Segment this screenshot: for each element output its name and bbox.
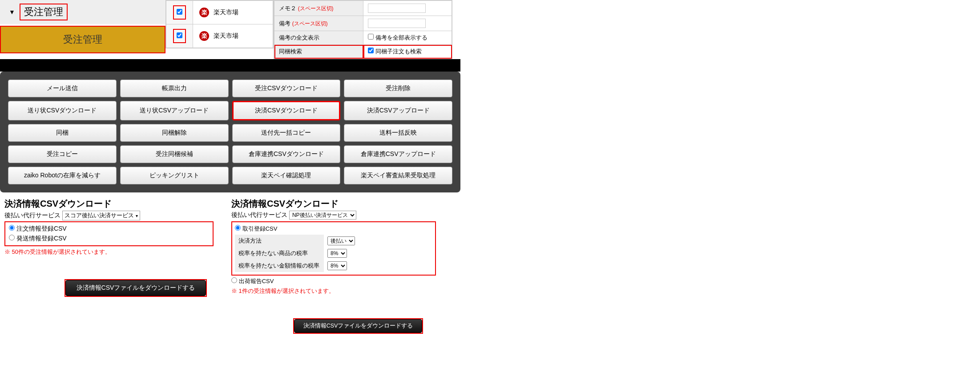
rakuten-icon: 楽 <box>199 31 209 41</box>
action-button[interactable]: 帳票出力 <box>120 80 229 97</box>
payment-method-select[interactable]: 後払い <box>327 236 355 245</box>
action-button[interactable]: 受注削除 <box>344 80 452 97</box>
action-button[interactable]: 決済CSVダウンロード <box>232 101 341 120</box>
sidebar-section-header[interactable]: ▼ 受注管理 <box>0 0 165 24</box>
action-button[interactable]: 倉庫連携CSVアップロード <box>344 145 452 163</box>
shop-row: 楽 楽天市場 <box>193 24 273 48</box>
action-button[interactable]: メール送信 <box>8 80 117 97</box>
shop-checkbox[interactable] <box>177 9 182 15</box>
service-select[interactable]: NP後払い決済サービス <box>289 211 356 220</box>
action-button[interactable]: 受注同梱候補 <box>120 145 229 163</box>
action-button[interactable]: 受注コピー <box>8 145 117 163</box>
panel-title: 決済情報CSVダウンロード <box>4 198 214 210</box>
selection-count-note: ※ 1件の受注情報が選択されています。 <box>231 287 436 295</box>
remarks-input[interactable] <box>368 19 426 28</box>
action-button[interactable]: 楽天ペイ審査結果受取処理 <box>344 167 452 184</box>
csv-download-panel-a: 決済情報CSVダウンロード 後払い代行サービス スコア後払い決済サービス 注文情… <box>0 198 214 297</box>
sidebar-item-order-mgmt[interactable]: 受注管理 <box>0 26 165 53</box>
sidebar-fragment: ▼ 受注管理 受注管理 <box>0 0 165 53</box>
chevron-down-icon: ▼ <box>9 8 15 16</box>
panel-title: 決済情報CSVダウンロード <box>231 198 436 210</box>
action-button[interactable]: 送付先一括コピー <box>232 124 341 142</box>
action-button[interactable]: 同梱解除 <box>120 124 229 142</box>
action-button[interactable]: 送り状CSVアップロード <box>120 101 229 120</box>
action-button[interactable]: zaiko Robotの在庫を減らす <box>8 167 117 184</box>
divider-black <box>0 59 460 72</box>
shop-checkbox[interactable] <box>177 32 182 38</box>
csv-option-order-info[interactable]: 注文情報登録CSV <box>9 224 209 234</box>
action-button-panel: メール送信帳票出力受注CSVダウンロード受注削除送り状CSVダウンロード送り状C… <box>0 72 460 192</box>
sidebar-section-title: 受注管理 <box>20 4 68 20</box>
search-options-table: メモ２ (スペース区切) 備考 (スペース区切) 備考の全文表示 備考を全部表示… <box>274 0 452 59</box>
selection-count-note: ※ 50件の受注情報が選択されています。 <box>4 248 214 256</box>
rakuten-icon: 楽 <box>199 8 209 17</box>
action-button[interactable]: 同梱 <box>8 124 117 142</box>
csv-option-shipment-report[interactable]: 出荷報告CSV <box>231 278 274 284</box>
action-button[interactable]: 決済CSVアップロード <box>344 101 452 120</box>
csv-download-panel-b: 決済情報CSVダウンロード 後払い代行サービス NP後払い決済サービス 取引登録… <box>231 198 436 334</box>
action-button[interactable]: 送り状CSVダウンロード <box>8 101 117 120</box>
action-button[interactable]: ピッキングリスト <box>120 167 229 184</box>
csv-option-transaction[interactable]: 取引登録CSV <box>235 225 432 233</box>
action-button[interactable]: 受注CSVダウンロード <box>232 80 341 97</box>
action-button[interactable]: 送料一括反映 <box>344 124 452 142</box>
action-button[interactable]: 倉庫連携CSVダウンロード <box>232 145 341 163</box>
action-button[interactable]: 楽天ペイ確認処理 <box>232 167 341 184</box>
remarks-fulltext-check[interactable]: 備考を全部表示する <box>368 34 427 41</box>
shop-checkbox-table: 楽 楽天市場 楽 楽天市場 <box>165 0 274 48</box>
download-csv-button[interactable]: 決済情報CSVファイルをダウンロードする <box>294 319 423 333</box>
product-taxrate-select[interactable]: 8% <box>327 249 347 258</box>
bundle-search-check[interactable]: 同梱子注文も検索 <box>368 48 422 55</box>
service-select[interactable]: スコア後払い決済サービス <box>62 211 140 220</box>
csv-option-ship-info[interactable]: 発送情報登録CSV <box>9 234 209 244</box>
shop-row: 楽 楽天市場 <box>193 1 273 24</box>
download-csv-button[interactable]: 決済情報CSVファイルをダウンロードする <box>65 280 206 296</box>
memo2-input[interactable] <box>368 4 426 13</box>
amount-taxrate-select[interactable]: 8% <box>327 261 347 270</box>
